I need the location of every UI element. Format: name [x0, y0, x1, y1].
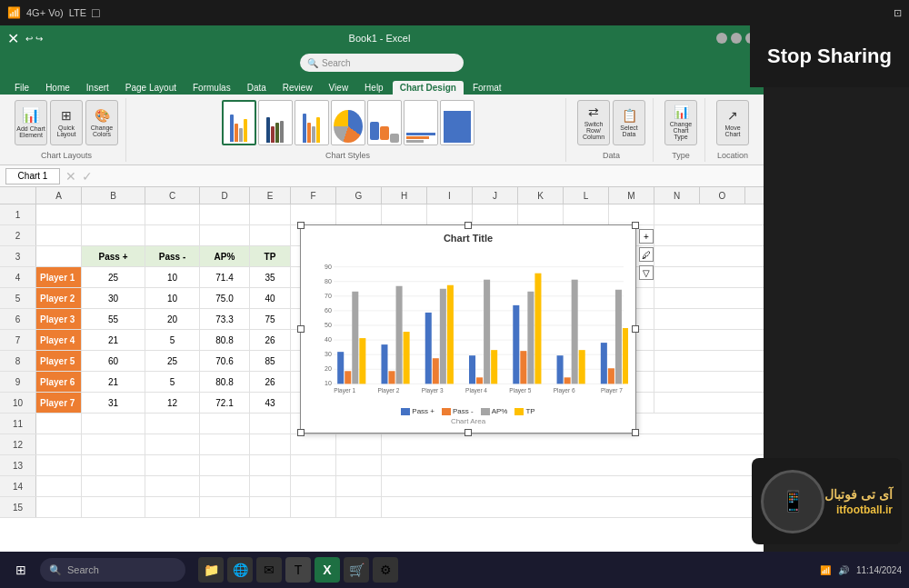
start-button[interactable]: ⊞	[7, 556, 35, 583]
cell-a1[interactable]	[36, 204, 82, 224]
cell-a5-player2[interactable]: Player 2	[36, 288, 82, 308]
cell-d6[interactable]: 73.3	[200, 309, 250, 329]
cell-a7-player4[interactable]: Player 4	[36, 330, 82, 350]
col-header-d[interactable]: D	[200, 187, 250, 204]
taskbar-files-icon[interactable]: 📁	[198, 557, 224, 583]
cell-d4[interactable]: 71.4	[200, 267, 250, 287]
resize-handle-tr[interactable]	[632, 222, 639, 229]
chart-style-1[interactable]	[222, 100, 256, 145]
col-header-e[interactable]: E	[250, 187, 291, 204]
col-header-a[interactable]: A	[36, 187, 82, 204]
tab-formulas[interactable]: Formulas	[185, 81, 238, 95]
change-chart-type-btn[interactable]: 📊 ChangeChart Type	[664, 100, 697, 145]
taskbar-excel-icon[interactable]: X	[315, 557, 340, 583]
tab-home[interactable]: Home	[38, 81, 77, 95]
tab-format[interactable]: Format	[465, 81, 509, 95]
cell-c6[interactable]: 20	[145, 309, 200, 329]
quick-layout-btn[interactable]: ⊞ QuickLayout	[50, 100, 83, 145]
cell-b8[interactable]: 60	[82, 351, 145, 371]
col-header-n[interactable]: N	[654, 187, 700, 204]
name-box[interactable]	[5, 168, 60, 184]
cell-d2[interactable]	[200, 225, 250, 245]
cell-a9-player6[interactable]: Player 6	[36, 372, 82, 392]
taskbar-browser-icon[interactable]: 🌐	[227, 557, 253, 583]
cell-e10[interactable]: 43	[250, 393, 291, 413]
select-data-btn[interactable]: 📋 SelectData	[613, 100, 645, 145]
cell-b2[interactable]	[82, 225, 145, 245]
cell-d3-ap[interactable]: AP%	[200, 246, 250, 266]
stop-sharing-banner[interactable]: Stop Sharing	[750, 25, 909, 87]
cell-c7[interactable]: 5	[145, 330, 200, 350]
cell-c5[interactable]: 10	[145, 288, 200, 308]
resize-handle-t[interactable]	[464, 222, 472, 229]
taskbar-teams-icon[interactable]: T	[285, 557, 311, 583]
chart-style-btn[interactable]: 🖊	[639, 247, 654, 262]
col-header-j[interactable]: J	[473, 187, 518, 204]
resize-handle-bl[interactable]	[297, 429, 305, 436]
tab-chart-design[interactable]: Chart Design	[393, 81, 464, 95]
cell-e8[interactable]: 85	[250, 351, 291, 371]
move-chart-btn[interactable]: ↗ MoveChart	[716, 100, 749, 145]
resize-handle-r[interactable]	[632, 325, 639, 333]
cell-c9[interactable]: 5	[145, 372, 200, 392]
col-header-b[interactable]: B	[82, 187, 145, 204]
add-chart-element-btn[interactable]: 📊 Add ChartElement	[15, 100, 47, 145]
cell-g1[interactable]	[336, 204, 382, 224]
cell-d5[interactable]: 75.0	[200, 288, 250, 308]
taskbar-search[interactable]: 🔍 Search	[40, 558, 185, 582]
cell-e5[interactable]: 40	[250, 288, 291, 308]
cell-c3-passminus[interactable]: Pass -	[145, 246, 200, 266]
cell-b10[interactable]: 31	[82, 393, 145, 413]
chart-filter-btn[interactable]: ▽	[639, 265, 654, 280]
col-header-l[interactable]: L	[564, 187, 609, 204]
col-header-i[interactable]: I	[427, 187, 473, 204]
cell-b5[interactable]: 30	[82, 288, 145, 308]
col-header-m[interactable]: M	[609, 187, 654, 204]
resize-handle-tl[interactable]	[297, 222, 305, 229]
col-header-f[interactable]: F	[291, 187, 336, 204]
cell-a2[interactable]	[36, 225, 82, 245]
cell-c8[interactable]: 25	[145, 351, 200, 371]
tab-file[interactable]: File	[7, 81, 36, 95]
tab-insert[interactable]: Insert	[79, 81, 116, 95]
col-header-h[interactable]: H	[382, 187, 427, 204]
col-header-c[interactable]: C	[145, 187, 200, 204]
cell-d10[interactable]: 72.1	[200, 393, 250, 413]
cell-h1[interactable]	[382, 204, 427, 224]
cell-b4[interactable]: 25	[82, 267, 145, 287]
cell-e2[interactable]	[250, 225, 291, 245]
minimize-btn[interactable]	[716, 33, 727, 44]
chart-add-element-btn[interactable]: +	[639, 229, 654, 244]
cell-k1[interactable]	[518, 204, 564, 224]
cell-e9[interactable]: 26	[250, 372, 291, 392]
cell-c1[interactable]	[145, 204, 200, 224]
chart-style-6[interactable]	[404, 100, 438, 145]
chart-style-4[interactable]	[331, 100, 365, 145]
cell-j1[interactable]	[473, 204, 518, 224]
tab-page-layout[interactable]: Page Layout	[118, 81, 184, 95]
cell-l1[interactable]	[564, 204, 609, 224]
resize-handle-b[interactable]	[464, 429, 472, 436]
tab-help[interactable]: Help	[357, 81, 391, 95]
cell-a3[interactable]	[36, 246, 82, 266]
cell-b3-passplus[interactable]: Pass +	[82, 246, 145, 266]
redo-icon[interactable]: ↪	[35, 34, 43, 44]
tab-review[interactable]: Review	[275, 81, 320, 95]
resize-handle-br[interactable]	[632, 429, 639, 436]
cell-a6-player3[interactable]: Player 3	[36, 309, 82, 329]
chart-style-5[interactable]	[367, 100, 402, 145]
cell-e6[interactable]: 75	[250, 309, 291, 329]
cell-a8-player5[interactable]: Player 5	[36, 351, 82, 371]
cell-e1[interactable]	[250, 204, 291, 224]
taskbar-settings-icon[interactable]: ⚙	[373, 557, 398, 583]
resize-handle-l[interactable]	[297, 325, 305, 333]
cell-c4[interactable]: 10	[145, 267, 200, 287]
chart-container[interactable]: + 🖊 ▽ Chart Title 90 80 70 60 50	[300, 224, 636, 434]
cell-b6[interactable]: 55	[82, 309, 145, 329]
stop-sharing-text[interactable]: Stop Sharing	[767, 45, 892, 67]
maximize-btn[interactable]	[731, 33, 742, 44]
tab-view[interactable]: View	[322, 81, 356, 95]
excel-search-bar[interactable]: 🔍 Search	[300, 54, 464, 72]
cell-d1[interactable]	[200, 204, 250, 224]
col-header-g[interactable]: G	[336, 187, 382, 204]
